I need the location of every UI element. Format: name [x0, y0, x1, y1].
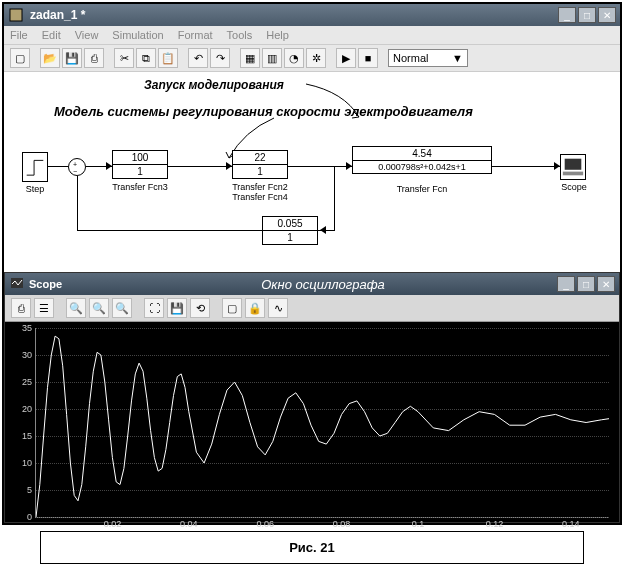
restore-button[interactable]: ⟲ — [190, 298, 210, 318]
trace — [36, 328, 609, 517]
close-button[interactable]: ✕ — [598, 7, 616, 23]
scope-print-button[interactable]: ⎙ — [11, 298, 31, 318]
x-tick: 0.12 — [486, 517, 504, 529]
main-toolbar: ▢ 📂 💾 ⎙ ✂ ⧉ 📋 ↶ ↷ ▦ ▥ ◔ ✲ ▶ ■ Normal▼ — [4, 44, 620, 72]
redo-button[interactable]: ↷ — [210, 48, 230, 68]
tf-num: 4.54 — [353, 147, 491, 161]
tf-den: 0.000798s²+0.042s+1 — [353, 161, 491, 173]
save-button[interactable]: 💾 — [62, 48, 82, 68]
step-label: Step — [22, 184, 48, 194]
save-config-button[interactable]: 💾 — [167, 298, 187, 318]
tf2-block[interactable]: 22 1 — [232, 150, 288, 179]
library-button[interactable]: ▦ — [240, 48, 260, 68]
window-title: zadan_1 * — [30, 8, 558, 22]
tf-label: Transfer Fcn — [374, 184, 470, 194]
figure-caption: Рис. 21 — [40, 531, 584, 564]
scope-label: Scope — [554, 182, 594, 192]
scope-toolbar: ⎙ ☰ 🔍 🔍 🔍 ⛶ 💾 ⟲ ▢ 🔒 ∿ — [5, 295, 619, 322]
x-tick: 0.02 — [104, 517, 122, 529]
tf4-block[interactable]: 0.055 1 — [262, 216, 318, 245]
svg-rect-3 — [565, 159, 582, 170]
arrowhead-icon — [554, 162, 562, 170]
undo-button[interactable]: ↶ — [188, 48, 208, 68]
x-tick: 0.1 — [412, 517, 425, 529]
debug-button[interactable]: ◔ — [284, 48, 304, 68]
tf4-den: 1 — [263, 231, 317, 244]
main-titlebar[interactable]: zadan_1 * _ □ ✕ — [4, 4, 620, 26]
arrowhead-icon — [226, 162, 234, 170]
wire — [288, 166, 352, 167]
sum-block[interactable]: +− — [68, 158, 86, 176]
zoom-in-button[interactable]: 🔍 — [66, 298, 86, 318]
step-block[interactable] — [22, 152, 48, 182]
menu-help[interactable]: Help — [266, 29, 289, 41]
run-annotation: Запуск моделирования — [144, 78, 284, 92]
y-tick: 20 — [22, 404, 36, 414]
x-tick: 0.04 — [180, 517, 198, 529]
scope-plot[interactable]: 051015202530350.020.040.060.080.10.120.1… — [5, 322, 619, 522]
wire — [334, 166, 335, 230]
x-tick: 0.08 — [333, 517, 351, 529]
tf3-label: Transfer Fcn3 — [104, 182, 176, 192]
menu-format[interactable]: Format — [178, 29, 213, 41]
minimize-button[interactable]: _ — [558, 7, 576, 23]
run-button[interactable]: ▶ — [336, 48, 356, 68]
menu-edit[interactable]: Edit — [42, 29, 61, 41]
scope-close-button[interactable]: ✕ — [597, 276, 615, 292]
new-button[interactable]: ▢ — [10, 48, 30, 68]
scope-params-button[interactable]: ☰ — [34, 298, 54, 318]
menu-view[interactable]: View — [75, 29, 99, 41]
arrowhead-icon — [106, 162, 114, 170]
cut-button[interactable]: ✂ — [114, 48, 134, 68]
y-tick: 25 — [22, 377, 36, 387]
arrowhead-icon — [318, 226, 326, 234]
autoscale-button[interactable]: ⛶ — [144, 298, 164, 318]
y-tick: 5 — [27, 485, 36, 495]
signal-button[interactable]: ∿ — [268, 298, 288, 318]
tf3-block[interactable]: 100 1 — [112, 150, 168, 179]
wire — [492, 166, 560, 167]
scope-window: Scope Окно осциллографа _ □ ✕ ⎙ ☰ 🔍 🔍 🔍 … — [4, 272, 620, 523]
simulation-mode-select[interactable]: Normal▼ — [388, 49, 468, 67]
scope-title-center: Окно осциллографа — [89, 277, 557, 292]
scope-minimize-button[interactable]: _ — [557, 276, 575, 292]
tf3-num: 100 — [113, 151, 167, 165]
step-icon — [23, 153, 47, 181]
arrowhead-icon — [346, 162, 354, 170]
lock-button[interactable]: 🔒 — [245, 298, 265, 318]
x-tick: 0.06 — [256, 517, 274, 529]
y-tick: 35 — [22, 323, 36, 333]
scope-titlebar[interactable]: Scope Окно осциллографа _ □ ✕ — [5, 273, 619, 295]
wire — [77, 176, 78, 231]
tf3-den: 1 — [113, 165, 167, 178]
menu-tools[interactable]: Tools — [227, 29, 253, 41]
mode-label: Normal — [393, 52, 428, 64]
scope-maximize-button[interactable]: □ — [577, 276, 595, 292]
maximize-button[interactable]: □ — [578, 7, 596, 23]
tf2-label: Transfer Fcn2 — [224, 182, 296, 192]
tf4-num: 0.055 — [263, 217, 317, 231]
menu-bar: File Edit View Simulation Format Tools H… — [4, 26, 620, 44]
zoom-x-button[interactable]: 🔍 — [89, 298, 109, 318]
svg-rect-0 — [10, 9, 22, 21]
wire — [168, 166, 232, 167]
float-button[interactable]: ▢ — [222, 298, 242, 318]
stop-button[interactable]: ■ — [358, 48, 378, 68]
y-tick: 30 — [22, 350, 36, 360]
scope-block[interactable] — [560, 154, 586, 180]
model-button[interactable]: ▥ — [262, 48, 282, 68]
tf-block[interactable]: 4.54 0.000798s²+0.042s+1 — [352, 146, 492, 174]
print-button[interactable]: ⎙ — [84, 48, 104, 68]
zoom-y-button[interactable]: 🔍 — [112, 298, 132, 318]
y-tick: 0 — [27, 512, 36, 522]
build-button[interactable]: ✲ — [306, 48, 326, 68]
paste-button[interactable]: 📋 — [158, 48, 178, 68]
open-button[interactable]: 📂 — [40, 48, 60, 68]
copy-button[interactable]: ⧉ — [136, 48, 156, 68]
model-canvas[interactable]: Запуск моделирования Модель системы регу… — [4, 72, 620, 272]
menu-simulation[interactable]: Simulation — [112, 29, 163, 41]
scope-title-left: Scope — [29, 278, 89, 290]
svg-text:+: + — [73, 161, 77, 168]
window-buttons: _ □ ✕ — [558, 7, 616, 23]
menu-file[interactable]: File — [10, 29, 28, 41]
